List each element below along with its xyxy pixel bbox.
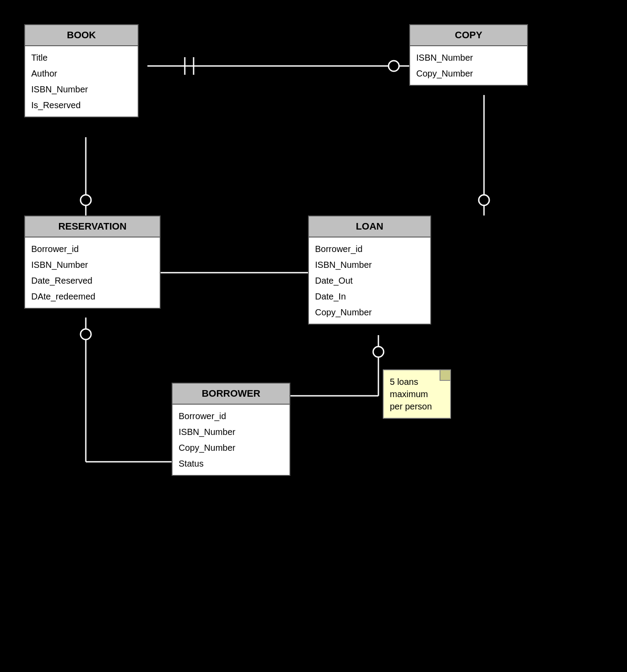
loan-table: LOAN Borrower_id ISBN_Number Date_Out Da…	[308, 215, 431, 325]
copy-table-body: ISBN_Number Copy_Number	[410, 46, 527, 85]
borrower-field-status: Status	[179, 456, 283, 471]
loan-table-body: Borrower_id ISBN_Number Date_Out Date_In…	[309, 237, 430, 324]
loan-limit-note: 5 loansmaximumper person	[383, 369, 451, 419]
copy-table: COPY ISBN_Number Copy_Number	[409, 24, 528, 86]
book-table-header: BOOK	[25, 25, 138, 46]
reservation-field-date-redeemed: DAte_redeemed	[31, 289, 154, 304]
book-field-author: Author	[31, 66, 132, 81]
copy-field-isbn: ISBN_Number	[416, 50, 521, 66]
reservation-field-date-reserved: Date_Reserved	[31, 273, 154, 289]
copy-field-copy-number: Copy_Number	[416, 66, 521, 81]
book-table: BOOK Title Author ISBN_Number Is_Reserve…	[24, 24, 139, 117]
borrower-field-copy-number: Copy_Number	[179, 440, 283, 456]
loan-field-isbn: ISBN_Number	[315, 257, 424, 273]
reservation-field-isbn: ISBN_Number	[31, 257, 154, 273]
book-table-body: Title Author ISBN_Number Is_Reserved	[25, 46, 138, 117]
reservation-table-body: Borrower_id ISBN_Number Date_Reserved DA…	[25, 237, 160, 308]
svg-point-5	[81, 195, 91, 205]
borrower-table-body: Borrower_id ISBN_Number Copy_Number Stat…	[172, 405, 290, 475]
reservation-field-borrower-id: Borrower_id	[31, 241, 154, 257]
borrower-field-id: Borrower_id	[179, 408, 283, 424]
book-field-reserved: Is_Reserved	[31, 97, 132, 113]
svg-point-3	[389, 61, 399, 71]
loan-field-date-in: Date_In	[315, 289, 424, 304]
reservation-table: RESERVATION Borrower_id ISBN_Number Date…	[24, 215, 161, 309]
loan-field-copy-number: Copy_Number	[315, 304, 424, 320]
svg-point-13	[373, 347, 384, 357]
borrower-table-header: BORROWER	[172, 383, 290, 405]
book-field-title: Title	[31, 50, 132, 66]
svg-point-10	[81, 329, 91, 340]
svg-point-7	[479, 195, 489, 205]
reservation-table-header: RESERVATION	[25, 216, 160, 237]
loan-field-date-out: Date_Out	[315, 273, 424, 289]
book-field-isbn: ISBN_Number	[31, 81, 132, 97]
copy-table-header: COPY	[410, 25, 527, 46]
loan-table-header: LOAN	[309, 216, 430, 237]
borrower-field-isbn: ISBN_Number	[179, 424, 283, 440]
loan-field-borrower-id: Borrower_id	[315, 241, 424, 257]
borrower-table: BORROWER Borrower_id ISBN_Number Copy_Nu…	[172, 383, 290, 476]
note-text: 5 loansmaximumper person	[390, 377, 432, 411]
